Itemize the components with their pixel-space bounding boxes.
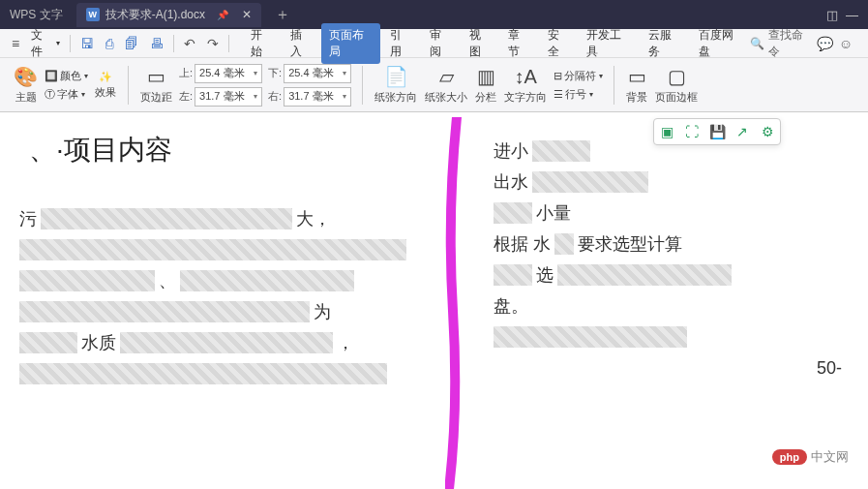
margin-bottom-input[interactable]: 25.4 毫米 bbox=[284, 64, 351, 83]
save-icon[interactable]: 🖫 bbox=[75, 33, 100, 54]
columns-icon: ▥ bbox=[477, 65, 495, 88]
margin-right-label: 右: bbox=[268, 89, 282, 104]
colors-button[interactable]: 🔲颜色▾ bbox=[42, 68, 91, 84]
ft-save-icon[interactable]: ▣ bbox=[658, 123, 675, 140]
ft-expand-icon[interactable]: ⛶ bbox=[683, 123, 701, 140]
search-command[interactable]: 🔍 查找命令 bbox=[750, 27, 811, 60]
effects-icon: ✨ bbox=[99, 71, 112, 83]
search-placeholder: 查找命令 bbox=[768, 27, 811, 60]
ribbon: 🎨 主题 🔲颜色▾ Ⓣ字体▾ ✨ 效果 ▭ 页边距 上:25.4 毫米 左:31… bbox=[0, 58, 868, 112]
columns-button[interactable]: ▥分栏 bbox=[471, 63, 500, 107]
doc-icon: W bbox=[86, 8, 100, 21]
menubar: ≡ 文件▾ 🖫 ⎙ 🗐 🖶 ↶ ↷ 开始 插入 页面布局 引用 审阅 视图 章节… bbox=[0, 29, 868, 58]
search-icon: 🔍 bbox=[750, 37, 764, 50]
menu-hamburger-icon[interactable]: ≡ bbox=[6, 33, 25, 54]
page-border-icon: ▢ bbox=[668, 65, 686, 88]
smile-icon[interactable]: ☺ bbox=[839, 36, 853, 51]
fonts-icon: Ⓣ bbox=[45, 87, 55, 102]
text-direction-button[interactable]: ↕A文字方向 bbox=[500, 64, 551, 107]
document-tab[interactable]: W 技术要求-A(1).docx 📌 ✕ bbox=[76, 3, 261, 27]
doc-column-left: 污大， 、 为 水质， bbox=[19, 199, 435, 393]
palette-icon: 🎨 bbox=[14, 65, 38, 88]
floating-toolbar: ▣ ⛶ 💾 ↗ ⚙ bbox=[653, 118, 781, 145]
watermark-badge: php bbox=[772, 449, 807, 465]
app-name: WPS 文字 bbox=[0, 7, 73, 23]
ft-disk-icon[interactable]: 💾 bbox=[708, 123, 726, 140]
theme-button[interactable]: 🎨 主题 bbox=[10, 63, 42, 107]
redo-icon[interactable]: ↷ bbox=[201, 33, 224, 54]
colors-icon: 🔲 bbox=[45, 70, 58, 82]
margin-left-input[interactable]: 31.7 毫米 bbox=[195, 87, 262, 107]
margin-top-input[interactable]: 25.4 毫米 bbox=[195, 64, 262, 83]
line-numbers-icon: ☰ bbox=[554, 88, 563, 101]
paper-size-icon: ▱ bbox=[439, 65, 454, 88]
watermark-text: 中文网 bbox=[811, 448, 849, 466]
tab-title: 技术要求-A(1).docx bbox=[105, 7, 205, 23]
margin-right-input[interactable]: 31.7 毫米 bbox=[284, 87, 351, 107]
chat-icon[interactable]: 💬 bbox=[817, 36, 833, 51]
ft-share-icon[interactable]: ↗ bbox=[733, 123, 751, 140]
export-icon[interactable]: ⎙ bbox=[100, 33, 119, 54]
orientation-icon: 📄 bbox=[384, 65, 408, 88]
window-layout-icon[interactable]: ◫ bbox=[826, 8, 838, 22]
page-border-button[interactable]: ▢页面边框 bbox=[651, 63, 702, 107]
line-numbers-button[interactable]: ☰行号▾ bbox=[551, 86, 606, 103]
doc-column-right: 进小 出水 小量 根据 水要求选型计算 选 盘。 50- bbox=[494, 132, 842, 387]
add-tab-button[interactable]: ＋ bbox=[275, 5, 290, 25]
ft-settings-icon[interactable]: ⚙ bbox=[759, 123, 776, 140]
paper-size-button[interactable]: ▱纸张大小 bbox=[421, 63, 471, 107]
text-direction-icon: ↕A bbox=[514, 66, 536, 88]
print-icon[interactable]: 🖶 bbox=[144, 33, 169, 54]
separator-button[interactable]: ⊟分隔符▾ bbox=[551, 68, 606, 84]
effects-button[interactable]: ✨ 效果 bbox=[91, 69, 120, 102]
watermark: php 中文网 bbox=[772, 448, 849, 466]
background-button[interactable]: ▭背景 bbox=[622, 63, 651, 107]
document-area[interactable]: 、·项目内容 污大， 、 为 水质， 进小 出水 小量 根据 水要求选型计算 选… bbox=[0, 112, 868, 489]
fonts-button[interactable]: Ⓣ字体▾ bbox=[42, 86, 91, 103]
annotation-line bbox=[445, 117, 463, 489]
margins-icon: ▭ bbox=[147, 65, 165, 88]
separator-icon: ⊟ bbox=[554, 70, 562, 82]
file-menu[interactable]: 文件▾ bbox=[25, 24, 66, 63]
margin-left-label: 左: bbox=[179, 89, 193, 104]
close-tab-icon[interactable]: ✕ bbox=[242, 8, 252, 21]
pin-icon[interactable]: 📌 bbox=[217, 10, 228, 20]
margin-top-label: 上: bbox=[179, 66, 193, 80]
undo-icon[interactable]: ↶ bbox=[178, 33, 201, 54]
margin-bottom-label: 下: bbox=[268, 66, 282, 80]
print-preview-icon[interactable]: 🗐 bbox=[119, 33, 144, 54]
minimize-icon[interactable]: ― bbox=[846, 8, 858, 22]
orientation-button[interactable]: 📄纸张方向 bbox=[371, 63, 421, 107]
margins-button[interactable]: ▭ 页边距 bbox=[136, 63, 176, 107]
background-icon: ▭ bbox=[628, 65, 646, 88]
